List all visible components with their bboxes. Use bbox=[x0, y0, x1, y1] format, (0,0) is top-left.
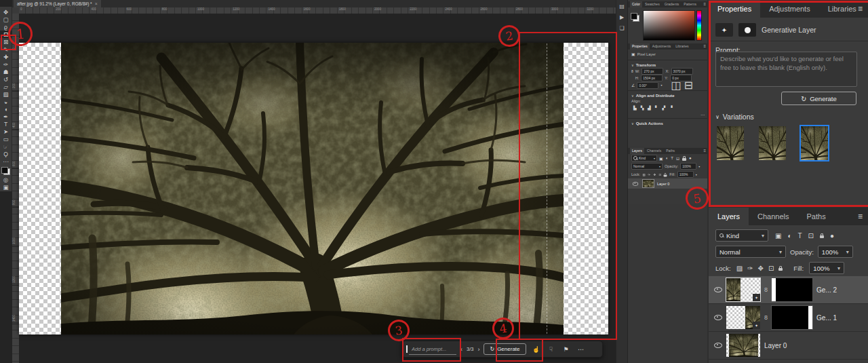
taskbar-generate-button[interactable]: ↻ Generate bbox=[484, 343, 526, 355]
thumbs-up-icon[interactable]: ☝ bbox=[532, 346, 541, 353]
lock-artboard-icon[interactable]: ⊡ bbox=[658, 172, 661, 176]
angle-chevron-icon[interactable]: ▾ bbox=[660, 83, 662, 87]
properties-tab-adjustments[interactable]: Adjustments bbox=[760, 0, 819, 18]
previous-variation-icon[interactable]: ‹ bbox=[460, 346, 462, 353]
filter-type-layers-icon[interactable]: T bbox=[798, 232, 802, 240]
comments-panel-icon[interactable]: ❏ bbox=[619, 25, 624, 31]
mini-opacity-field[interactable]: 100% bbox=[680, 163, 696, 170]
eyedropper-tool[interactable]: ✎ bbox=[0, 45, 12, 53]
collapse-icon[interactable]: ∨ bbox=[631, 121, 634, 126]
width-field[interactable]: 270 px bbox=[642, 68, 663, 75]
dodge-tool[interactable]: ◖ bbox=[0, 106, 12, 113]
zoom-tool[interactable]: Ϙ bbox=[0, 151, 12, 158]
lock-transparency-icon[interactable]: ▨ bbox=[643, 172, 646, 176]
move-tool[interactable]: ✥ bbox=[0, 8, 12, 16]
layer-thumbnail[interactable]: ✦ bbox=[726, 306, 760, 329]
angle-field[interactable]: 0.00° bbox=[637, 82, 658, 89]
variation-thumbnail-1[interactable] bbox=[717, 126, 744, 160]
report-flag-icon[interactable]: ⚑ bbox=[561, 346, 571, 353]
foreground-color[interactable] bbox=[631, 13, 637, 20]
filter-shape-layers-icon[interactable]: ⊡ bbox=[808, 232, 814, 240]
lock-paint-icon[interactable]: ✑ bbox=[648, 172, 651, 176]
layers-tab-layers[interactable]: Layers bbox=[709, 208, 749, 225]
filter-toggle-icon[interactable]: ● bbox=[830, 232, 834, 240]
mini-blend-dropdown[interactable]: Normal ▾ bbox=[631, 163, 663, 170]
shape-tool[interactable]: ▭ bbox=[0, 136, 12, 143]
type-tool[interactable]: T bbox=[0, 121, 12, 128]
variation-thumbnail-3[interactable] bbox=[801, 126, 828, 160]
filter-adjustment-layers-icon[interactable]: ◐ bbox=[666, 156, 669, 161]
hand-tool[interactable]: ☞ bbox=[0, 143, 12, 151]
spot-healing-tool[interactable]: ✚ bbox=[0, 53, 12, 60]
visibility-eye-icon[interactable] bbox=[714, 315, 722, 320]
mini-properties-tab-libraries[interactable]: Libraries bbox=[673, 43, 690, 50]
foreground-color[interactable] bbox=[1, 167, 8, 174]
thumbs-down-icon[interactable]: ☟ bbox=[547, 346, 556, 353]
blend-mode-dropdown[interactable]: Normal ▾ bbox=[715, 246, 786, 258]
flip-horizontal-icon[interactable]: ◫ bbox=[671, 79, 681, 92]
lock-position-icon[interactable]: ✥ bbox=[758, 265, 764, 272]
lock-all-icon[interactable] bbox=[778, 268, 783, 271]
mini-properties-panel-menu-icon[interactable]: ≡ bbox=[703, 43, 706, 50]
opacity-field[interactable]: 100% ▾ bbox=[818, 246, 853, 258]
mask-link-icon[interactable]: 8 bbox=[764, 286, 768, 293]
x-field[interactable]: 3070 px bbox=[671, 68, 693, 75]
layer-mask-thumbnail[interactable] bbox=[772, 306, 812, 329]
align-center-h-icon[interactable]: ▚ bbox=[641, 105, 644, 110]
eraser-tool[interactable]: ▱ bbox=[0, 83, 12, 90]
layers-tab-paths[interactable]: Paths bbox=[798, 208, 835, 225]
lock-artboard-icon[interactable]: ⊡ bbox=[768, 265, 774, 272]
link-dimensions-icon[interactable]: 8 bbox=[631, 69, 633, 73]
path-selection-tool[interactable]: ➤ bbox=[0, 128, 12, 136]
mini-layers-panel-menu-icon[interactable]: ≡ bbox=[703, 148, 706, 154]
collapse-icon[interactable]: ∨ bbox=[631, 63, 634, 67]
filter-pixel-layers-icon[interactable]: ▣ bbox=[775, 232, 781, 240]
more-align-icon[interactable]: ⋯ bbox=[701, 112, 705, 117]
layer-mask-thumbnail[interactable] bbox=[772, 278, 812, 301]
mini-fill-field[interactable]: 100% bbox=[677, 171, 694, 178]
visibility-eye-icon[interactable] bbox=[714, 287, 722, 292]
layer-thumbnail[interactable] bbox=[726, 334, 760, 357]
blur-tool[interactable]: ◒ bbox=[0, 98, 12, 106]
align-section-title[interactable]: Align and Distribute bbox=[636, 94, 675, 98]
hue-slider[interactable] bbox=[696, 10, 702, 41]
lock-paint-icon[interactable]: ✑ bbox=[747, 265, 753, 272]
variations-title[interactable]: Variations bbox=[723, 113, 754, 121]
layers-panel-menu-icon[interactable]: ≡ bbox=[858, 212, 863, 221]
more-options-icon[interactable]: ⋯ bbox=[576, 346, 586, 353]
color-tab-gradients[interactable]: Gradients bbox=[663, 1, 682, 7]
foreground-background-swatches[interactable] bbox=[631, 13, 639, 22]
collapse-icon[interactable]: ∨ bbox=[715, 114, 719, 120]
mini-layers-tab-layers[interactable]: Layers bbox=[630, 148, 644, 154]
mini-layers-tab-paths[interactable]: Paths bbox=[664, 148, 677, 154]
align-top-icon[interactable]: ▘ bbox=[655, 105, 658, 110]
history-panel-icon[interactable]: ▤ bbox=[619, 3, 625, 9]
align-left-icon[interactable]: ▙ bbox=[633, 105, 637, 110]
lock-transparency-icon[interactable]: ▨ bbox=[736, 265, 743, 272]
edit-toolbar[interactable]: ⋯ bbox=[0, 158, 12, 166]
pen-tool[interactable]: ✒ bbox=[0, 113, 12, 121]
color-panel-menu-icon[interactable]: ≡ bbox=[703, 1, 706, 7]
align-right-icon[interactable]: ▟ bbox=[648, 105, 651, 110]
color-picker-field[interactable] bbox=[643, 10, 695, 41]
color-tab-patterns[interactable]: Patterns bbox=[682, 1, 698, 7]
kind-filter-dropdown[interactable]: Kind ▾ bbox=[715, 229, 768, 242]
mini-kind-dropdown[interactable]: Kind ▾ bbox=[631, 155, 657, 161]
mini-properties-tab-adjustments[interactable]: Adjustments bbox=[650, 43, 673, 50]
collapse-icon[interactable]: ∨ bbox=[631, 94, 634, 98]
visibility-eye-icon[interactable] bbox=[714, 343, 722, 348]
flip-vertical-icon[interactable]: ⊟ bbox=[684, 79, 693, 92]
clone-stamp-tool[interactable]: ☗ bbox=[0, 68, 12, 75]
filter-type-layers-icon[interactable]: T bbox=[671, 156, 673, 161]
properties-panel-menu-icon[interactable]: ≡ bbox=[858, 4, 863, 14]
taskbar-prompt-input[interactable] bbox=[409, 344, 456, 355]
color-tab-swatches[interactable]: Swatches bbox=[643, 1, 662, 7]
align-center-v-icon[interactable]: ▞ bbox=[663, 105, 666, 110]
fill-field[interactable]: 100% ▾ bbox=[809, 262, 844, 274]
screen-mode[interactable]: ▣ bbox=[0, 184, 12, 191]
filter-smart-objects-icon[interactable] bbox=[682, 158, 686, 161]
lock-all-icon[interactable] bbox=[664, 174, 667, 176]
generate-button[interactable]: ↻ Generate bbox=[781, 92, 856, 105]
quick-mask-mode[interactable]: ◎ bbox=[0, 176, 12, 184]
layer-row-layer-0[interactable]: Layer 0 bbox=[709, 332, 868, 360]
